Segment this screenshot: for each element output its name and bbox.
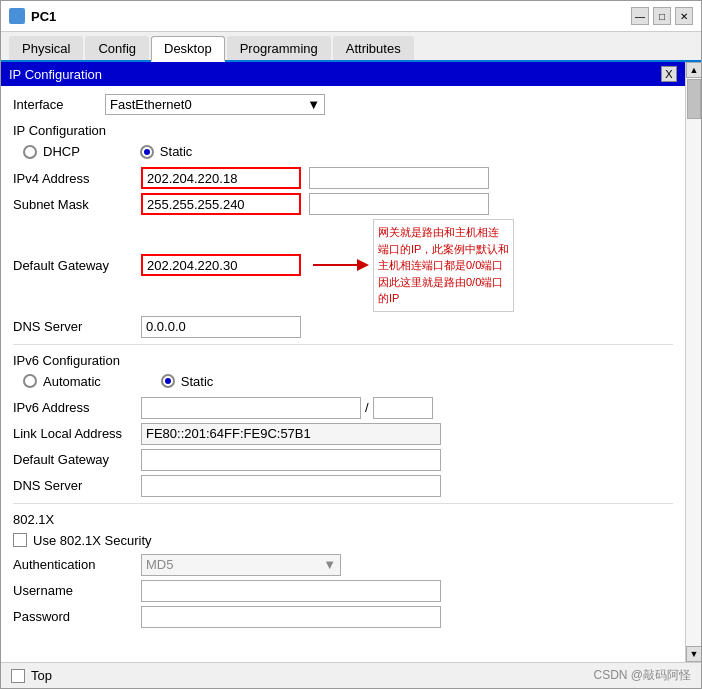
divider-2 [13, 503, 673, 504]
tab-physical[interactable]: Physical [9, 36, 83, 60]
annotation-text: 网关就是路由和主机相连 端口的IP，此案例中默认和 主机相连端口都是0/0端口 … [373, 219, 514, 312]
dhcp-radio[interactable]: DHCP [23, 144, 80, 159]
8021x-section-title: 802.1X [13, 512, 673, 527]
link-local-row: Link Local Address [13, 423, 673, 445]
main-window: PC1 — □ ✕ Physical Config Desktop Progra… [0, 0, 702, 689]
title-bar: PC1 — □ ✕ [1, 1, 701, 32]
ipv6-section-title: IPv6 Configuration [13, 353, 673, 368]
use-8021x-checkbox[interactable] [13, 533, 27, 547]
main-scroll-area[interactable]: IP Configuration X Interface FastEtherne… [1, 62, 685, 662]
pc-icon [9, 8, 25, 24]
close-button[interactable]: ✕ [675, 7, 693, 25]
ipv4-address-extra-input[interactable] [309, 167, 489, 189]
authentication-select[interactable]: MD5 ▼ [141, 554, 341, 576]
content-area: IP Configuration X Interface FastEtherne… [1, 62, 701, 662]
static-ipv6-label: Static [181, 374, 214, 389]
ipv4-address-row: IPv4 Address [13, 167, 673, 189]
tab-attributes[interactable]: Attributes [333, 36, 414, 60]
automatic-radio[interactable]: Automatic [23, 374, 101, 389]
interface-select[interactable]: FastEthernet0 ▼ [105, 94, 325, 115]
static-label: Static [160, 144, 193, 159]
authentication-label: Authentication [13, 557, 133, 572]
subnet-mask-row: Subnet Mask [13, 193, 673, 215]
tab-bar: Physical Config Desktop Programming Attr… [1, 32, 701, 62]
static-ipv6-radio[interactable]: Static [161, 374, 214, 389]
default-gateway-row: Default Gateway 网关就是路由和主机相连 端口的 [13, 219, 673, 312]
ipv4-section-title: IP Configuration [13, 123, 673, 138]
form-area: Interface FastEthernet0 ▼ IP Configurati… [1, 86, 685, 640]
ip-config-close-button[interactable]: X [661, 66, 677, 82]
automatic-radio-circle [23, 374, 37, 388]
default-gateway-ipv6-input[interactable] [141, 449, 441, 471]
ip-config-header: IP Configuration X [1, 62, 685, 86]
automatic-label: Automatic [43, 374, 101, 389]
ipv6-radio-row: Automatic Static [13, 374, 673, 389]
static-radio-circle [140, 145, 154, 159]
static-ipv6-radio-circle [161, 374, 175, 388]
password-row: Password [13, 606, 673, 628]
auth-chevron-icon: ▼ [323, 557, 336, 572]
ipv6-prefix-input[interactable] [373, 397, 433, 419]
username-label: Username [13, 583, 133, 598]
scroll-thumb[interactable] [687, 79, 701, 119]
use-8021x-label: Use 802.1X Security [33, 533, 152, 548]
arrow-icon [313, 255, 373, 275]
dns-server-row: DNS Server [13, 316, 673, 338]
interface-value: FastEthernet0 [110, 97, 192, 112]
minimize-button[interactable]: — [631, 7, 649, 25]
dhcp-radio-circle [23, 145, 37, 159]
title-bar-left: PC1 [9, 8, 56, 24]
link-local-input[interactable] [141, 423, 441, 445]
username-input[interactable] [141, 580, 441, 602]
watermark: CSDN @敲码阿怪 [593, 667, 691, 684]
ipv4-address-label: IPv4 Address [13, 171, 133, 186]
default-gateway-input[interactable] [141, 254, 301, 276]
subnet-mask-label: Subnet Mask [13, 197, 133, 212]
bottom-left: Top [11, 668, 52, 683]
dns-server-input[interactable] [141, 316, 301, 338]
interface-label: Interface [13, 97, 93, 112]
authentication-value: MD5 [146, 557, 173, 572]
title-buttons: — □ ✕ [631, 7, 693, 25]
ip-config-title: IP Configuration [9, 67, 102, 82]
ipv6-address-label: IPv6 Address [13, 400, 133, 415]
dns-server-ipv6-row: DNS Server [13, 475, 673, 497]
dns-server-ipv6-label: DNS Server [13, 478, 133, 493]
dhcp-label: DHCP [43, 144, 80, 159]
tab-programming[interactable]: Programming [227, 36, 331, 60]
scroll-down-button[interactable]: ▼ [686, 646, 701, 662]
slash-separator: / [365, 400, 369, 415]
authentication-row: Authentication MD5 ▼ [13, 554, 673, 576]
subnet-mask-extra-input[interactable] [309, 193, 489, 215]
link-local-label: Link Local Address [13, 426, 133, 441]
tab-desktop[interactable]: Desktop [151, 36, 225, 62]
static-radio[interactable]: Static [140, 144, 193, 159]
default-gateway-label: Default Gateway [13, 258, 133, 273]
scrollbar[interactable]: ▲ ▼ [685, 62, 701, 662]
divider-1 [13, 344, 673, 345]
top-checkbox[interactable] [11, 669, 25, 683]
default-gateway-ipv6-row: Default Gateway [13, 449, 673, 471]
password-label: Password [13, 609, 133, 624]
dns-server-ipv6-input[interactable] [141, 475, 441, 497]
password-input[interactable] [141, 606, 441, 628]
scroll-track[interactable] [686, 78, 701, 646]
tab-config[interactable]: Config [85, 36, 149, 60]
maximize-button[interactable]: □ [653, 7, 671, 25]
ipv4-radio-row: DHCP Static [13, 144, 673, 159]
top-label: Top [31, 668, 52, 683]
ipv6-address-input[interactable] [141, 397, 361, 419]
ipv6-address-row: IPv6 Address / [13, 397, 673, 419]
username-row: Username [13, 580, 673, 602]
default-gateway-ipv6-label: Default Gateway [13, 452, 133, 467]
subnet-mask-input[interactable] [141, 193, 301, 215]
ipv4-address-input[interactable] [141, 167, 301, 189]
bottom-bar: Top CSDN @敲码阿怪 [1, 662, 701, 688]
ipv6-addr-group: / [141, 397, 433, 419]
scroll-up-button[interactable]: ▲ [686, 62, 701, 78]
use-8021x-row: Use 802.1X Security [13, 533, 673, 548]
dns-server-label: DNS Server [13, 319, 133, 334]
chevron-down-icon: ▼ [307, 97, 320, 112]
window-title: PC1 [31, 9, 56, 24]
interface-row: Interface FastEthernet0 ▼ [13, 94, 673, 115]
